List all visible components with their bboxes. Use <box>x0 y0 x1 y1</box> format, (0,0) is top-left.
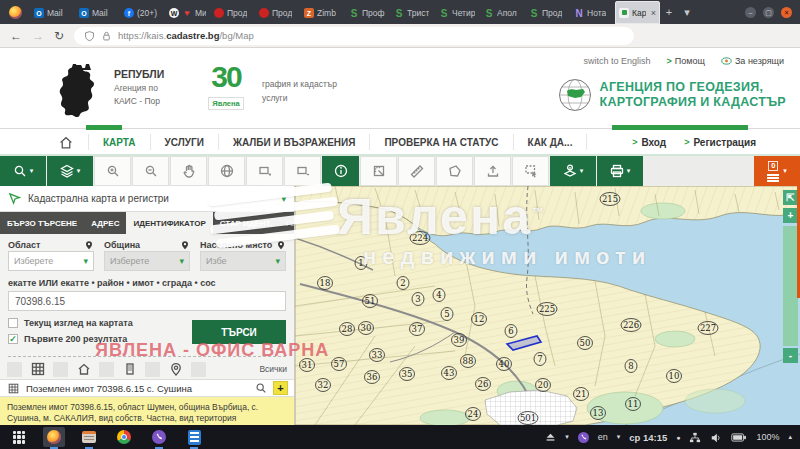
extent-out-tool[interactable] <box>284 156 321 186</box>
browser-tab[interactable]: SПрод <box>525 2 570 24</box>
checkbox-unchecked[interactable] <box>8 318 18 328</box>
fullscreen-button[interactable]: ⇱ <box>783 190 798 205</box>
new-tab-button[interactable]: + <box>660 0 678 24</box>
chevron-up-icon[interactable]: ▴ <box>788 433 792 441</box>
building-icon[interactable] <box>122 362 137 377</box>
viber-tray-icon[interactable] <box>578 432 589 443</box>
clock[interactable]: ср 14:15 <box>629 432 667 443</box>
chevron-down-icon[interactable]: ▾ <box>565 433 569 441</box>
panel-tab-1[interactable]: БЪРЗО ТЪРСЕНЕ <box>0 212 84 234</box>
accessibility-link[interactable]: За незрящи <box>721 56 784 66</box>
cart-button[interactable]: 0 ▾ <box>754 156 800 186</box>
add-result-button[interactable]: + <box>273 381 288 395</box>
battery-icon[interactable] <box>731 433 747 442</box>
home-icon[interactable] <box>76 362 91 377</box>
browser-tab[interactable]: OMail <box>75 2 120 24</box>
measure-length-tool[interactable] <box>398 156 435 186</box>
search-button[interactable]: ТЪРСИ <box>192 320 286 344</box>
globe-tool[interactable] <box>208 156 245 186</box>
browser-tab[interactable]: NНота <box>570 2 615 24</box>
measure-area-tool[interactable] <box>360 156 397 186</box>
back-button[interactable]: ← <box>10 29 22 43</box>
forward-button[interactable]: → <box>32 29 44 43</box>
pan-tool[interactable] <box>170 156 207 186</box>
browser-tab[interactable]: f(20+) <box>120 2 165 24</box>
layers-tool[interactable]: ▾ <box>47 156 93 186</box>
nav-item-1[interactable]: КАРТА <box>88 134 150 150</box>
toolbar-slot[interactable] <box>99 362 114 377</box>
map-viewport[interactable]: 2152241182513451222528303739650226227315… <box>295 186 800 425</box>
zoom-out-tool[interactable] <box>132 156 169 186</box>
browser-tab[interactable]: Кар× <box>615 1 660 24</box>
browser-tab[interactable]: SПроф <box>345 2 390 24</box>
browser-tab[interactable]: SЧетир <box>435 2 480 24</box>
viber-taskbar-icon[interactable] <box>148 427 170 447</box>
identify-tool[interactable] <box>322 156 359 186</box>
zoom-out-button[interactable]: - <box>783 348 798 363</box>
url-field[interactable]: https://kais.cadastre.bg/bg/Map <box>74 27 634 45</box>
firefox-menu-button[interactable] <box>0 0 30 24</box>
network-icon[interactable] <box>689 432 701 443</box>
browser-tab[interactable]: OMail <box>30 2 75 24</box>
nav-link-регистрация[interactable]: >Регистрация <box>684 137 756 148</box>
checkbox-checked[interactable]: ✓ <box>8 334 18 344</box>
browser-tab[interactable]: W♥Ми <box>165 2 210 24</box>
nav-item-2[interactable]: УСЛУГИ <box>150 134 218 150</box>
help-link[interactable]: >Помощ <box>667 56 705 66</box>
field-select[interactable]: Избе▾ <box>200 251 286 271</box>
field-select[interactable]: Изберете▾ <box>104 251 190 271</box>
browser-tab[interactable]: ZZimb <box>300 2 345 24</box>
switch-to-english-link[interactable]: switch to English <box>584 56 651 66</box>
print-tool[interactable]: ▾ <box>597 156 643 186</box>
browser-tab[interactable]: Прод <box>210 2 255 24</box>
extent-in-tool[interactable] <box>246 156 283 186</box>
browser-tab[interactable]: SТрист <box>390 2 435 24</box>
home-icon[interactable] <box>58 135 74 150</box>
maximize-button[interactable]: ▢ <box>763 7 774 18</box>
layer-selector[interactable]: Кадастрална карта и регистри ▾ <box>0 186 294 212</box>
reload-button[interactable]: ↻ <box>54 29 64 43</box>
panel-tab-4[interactable]: СТАР ИДЕНТ. <box>213 212 279 234</box>
result-row[interactable]: Поземлен имот 70398.6.15 с. Сушина + <box>0 379 294 397</box>
minimize-button[interactable]: – <box>745 7 756 18</box>
eject-icon[interactable] <box>545 432 556 442</box>
panel-tab-5[interactable]: ГЕОД. ОСНОВА <box>279 212 295 234</box>
close-button[interactable]: × <box>781 7 792 18</box>
panel-tab-3[interactable]: ИДЕНТИФИКАТОР <box>126 212 212 234</box>
pin-icon[interactable] <box>168 362 183 377</box>
nav-link-вход[interactable]: >Вход <box>632 137 666 148</box>
results-all-filter[interactable]: Всички <box>259 364 287 374</box>
toolbar-slot[interactable] <box>191 362 206 377</box>
panel-tab-2[interactable]: АДРЕС <box>84 212 126 234</box>
browser-tab[interactable]: Прод <box>255 2 300 24</box>
toolbar-slot[interactable] <box>7 362 22 377</box>
firefox-taskbar-icon[interactable] <box>43 427 65 447</box>
select-tool[interactable] <box>512 156 549 186</box>
toolbar-slot[interactable] <box>53 362 68 377</box>
keyboard-layout[interactable]: en <box>598 432 608 442</box>
search-tool[interactable]: ▾ <box>0 156 46 186</box>
upload-tool[interactable] <box>474 156 511 186</box>
app-grid-taskbar-icon[interactable] <box>8 427 30 447</box>
zoom-slider[interactable] <box>783 226 798 346</box>
files-taskbar-icon[interactable] <box>78 427 100 447</box>
identifier-input[interactable]: 70398.6.15 <box>8 291 286 311</box>
chevron-down-icon[interactable]: ▾ <box>617 433 621 441</box>
word-taskbar-icon[interactable] <box>183 427 205 447</box>
nav-item-3[interactable]: ЖАЛБИ И ВЪЗРАЖЕНИЯ <box>218 134 370 150</box>
grid-icon[interactable] <box>30 362 45 377</box>
zoom-to-result-icon[interactable] <box>253 381 268 396</box>
nav-item-5[interactable]: КАК ДА... <box>513 134 588 150</box>
zoom-in-tool[interactable] <box>94 156 131 186</box>
polygon-tool[interactable] <box>436 156 473 186</box>
zoom-in-button[interactable]: + <box>783 208 798 223</box>
chrome-taskbar-icon[interactable] <box>113 427 135 447</box>
close-tab-icon[interactable]: × <box>651 8 656 18</box>
list-all-tabs-button[interactable]: ▾ <box>678 0 696 24</box>
toolbar-slot[interactable] <box>145 362 160 377</box>
nav-item-4[interactable]: ПРОВЕРКА НА СТАТУС <box>369 134 512 150</box>
layer-info-tool[interactable]: ▾ <box>550 156 596 186</box>
browser-tab[interactable]: SАпол <box>480 2 525 24</box>
volume-icon[interactable] <box>710 432 722 443</box>
field-select[interactable]: Изберете▾ <box>8 251 94 271</box>
